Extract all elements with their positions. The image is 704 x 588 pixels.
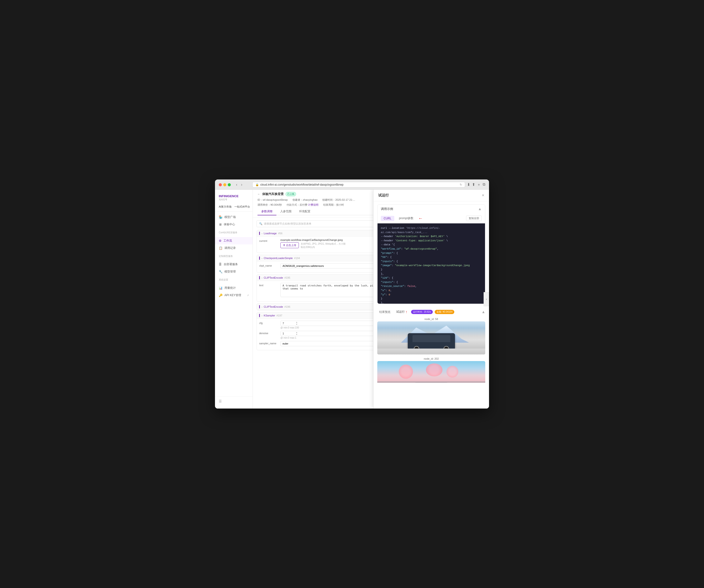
denoise-input[interactable] — [281, 331, 295, 336]
code-block[interactable]: curl --location 'https://cloud.infini-ai… — [377, 223, 485, 304]
sidebar-item-label: 自部署服务 — [224, 262, 238, 266]
usage-icon: 📊 — [219, 286, 223, 290]
invoke-section-header[interactable]: 调用示例 ▲ — [377, 204, 485, 213]
sidebar-item-label: 用量统计 — [224, 286, 236, 290]
workflow-id: ID：wf-dasqctvgssn6brwp — [257, 198, 288, 202]
tab-env-config[interactable]: 环境配置 — [295, 208, 314, 215]
experience-icon: 🖥 — [219, 223, 222, 226]
sidebar-item-experience[interactable]: 🖥 体验中心 — [215, 221, 252, 228]
code-line: "workflow_id": "wf-dasqctvgssn6brwp", — [381, 247, 482, 251]
traffic-light-green — [228, 183, 231, 186]
section-id: #196 — [284, 305, 290, 308]
arrow-down-icon[interactable]: ▼ — [296, 333, 298, 336]
sidebar-item-workflow[interactable]: ⚙ 工作流 — [215, 237, 252, 244]
share-icon[interactable]: ⬆ — [472, 182, 475, 187]
section-id: #197 — [276, 314, 282, 317]
node-id-2: node_id: 202 — [377, 356, 485, 361]
sidebar-item-label: 调用记录 — [224, 246, 236, 250]
call-log-icon: 📋 — [219, 246, 223, 250]
download-icon[interactable]: ⬇ — [467, 182, 470, 187]
side-panel: 试运行 × 调用示例 ▲ CURL prompt参数 ← 复制全部 — [373, 190, 489, 408]
code-line: "56": { — [381, 255, 482, 260]
code-line: "image": "example-workflow-image/CarBack… — [381, 264, 482, 268]
nav-ai-platform[interactable]: 一站式AI平台 — [234, 205, 250, 208]
search-icon: 🔍 — [259, 222, 262, 225]
deploy-icon: 🗄 — [219, 263, 222, 266]
section-name: KSampler — [263, 314, 275, 317]
code-line: } — [381, 268, 482, 272]
sidebar-item-self-deploy[interactable]: 🗄 自部署服务 — [215, 261, 252, 268]
code-line: "x": 0, — [381, 288, 482, 293]
arrow-right-indicator: ← — [418, 216, 423, 221]
sidebar-icon[interactable]: ⧉ — [483, 182, 485, 187]
arrow-up-icon[interactable]: ▲ — [296, 321, 298, 323]
invoke-toggle-icon[interactable]: ▲ — [478, 207, 482, 211]
panel-collapse-button[interactable]: ‹ — [484, 292, 489, 306]
tab-input-range[interactable]: 入参范围 — [276, 208, 295, 215]
tab-trial-run[interactable]: 试运行 ↑ — [394, 309, 409, 315]
top-nav: AI算力市场 一站式AI平台 大模型服务平台 — [215, 205, 252, 212]
code-line: "inputs": { — [381, 280, 482, 284]
cycle: 结算周期：按小时 — [323, 203, 344, 207]
upload-button[interactable]: ⬆ 点击上传 — [280, 242, 299, 248]
nav-ai-market[interactable]: AI算力市场 — [219, 205, 232, 208]
sidebar-item-usage[interactable]: 📊 用量统计 — [215, 284, 252, 291]
cfg-input[interactable] — [281, 321, 295, 326]
model-plaza-icon: 🏪 — [219, 215, 223, 219]
nav-back-button[interactable]: ‹ — [235, 182, 239, 187]
code-line: "y": 0 — [381, 293, 482, 297]
panel-close-button[interactable]: × — [482, 193, 484, 198]
tab-curl[interactable]: CURL — [381, 216, 394, 221]
invoke-title: 调用示例 — [381, 207, 393, 211]
url-text: cloud.infini-ai.com/genstudio/workflow/d… — [260, 183, 344, 186]
refresh-icon[interactable]: ↻ — [460, 183, 462, 186]
result-image-2 — [377, 361, 485, 383]
tab-prompt-params[interactable]: prompt参数 — [396, 215, 416, 221]
section-bar — [259, 305, 260, 308]
back-button[interactable]: ← — [257, 192, 260, 196]
sidebar-item-label: 体验中心 — [224, 222, 235, 226]
sidebar-item-label: API KEY管理 — [224, 293, 241, 297]
price: 调用单价：¥0.004/秒 — [257, 203, 282, 207]
code-line: "resize_source": false, — [381, 284, 482, 288]
code-line: }, — [381, 301, 482, 304]
section-name: CLIPTextEncode — [263, 276, 283, 279]
collapse-sidebar-icon[interactable]: ☰ — [219, 399, 222, 403]
arrow-up-icon[interactable]: ▲ — [296, 331, 298, 333]
tab-result-preview[interactable]: 结果预览 — [377, 309, 393, 315]
sidebar-item-label: 模型管理 — [224, 270, 236, 274]
section-name: CLIPTextEncode — [263, 305, 283, 308]
workflow-icon: ⚙ — [219, 239, 222, 243]
nav-forward-button[interactable]: › — [240, 182, 244, 187]
result-toggle-icon[interactable]: ▲ — [481, 310, 485, 314]
fee-link[interactable]: 计费说明 — [308, 203, 318, 206]
sidebar-item-label: 模型广场 — [224, 215, 236, 219]
param-label: text — [259, 283, 278, 287]
new-tab-icon[interactable]: ＋ — [477, 182, 481, 187]
online-badge: 已上线 — [286, 192, 296, 196]
tab-params[interactable]: 参数调整 — [257, 208, 276, 215]
sidebar-item-model-plaza[interactable]: 🏪 模型广场 — [215, 213, 252, 221]
sidebar-item-call-log[interactable]: 📋 调用记录 — [215, 244, 252, 252]
logo-name: INFINIGENCE — [219, 194, 239, 198]
param-label: ckpt_name — [259, 263, 278, 267]
code-line: "prompt": { — [381, 251, 482, 256]
code-line: curl --location 'https://cloud.infini-ai… — [381, 226, 482, 235]
sidebar: INFINIGENCE 无问芯穹 AI算力市场 一站式AI平台 大模型服务平台 … — [215, 190, 253, 408]
section-id: #56 — [278, 232, 282, 235]
sidebar-item-apikey[interactable]: 🔑 API KEY管理 ↗ — [215, 291, 252, 299]
logo-sub: 无问芯穹 — [219, 198, 239, 201]
section-name: CheckpointLoaderSimple — [263, 257, 293, 260]
section-bar — [259, 256, 260, 260]
traffic-light-yellow — [223, 183, 226, 186]
section-label-comfyui: ComfyUI托管服务 — [215, 230, 252, 235]
address-bar[interactable]: 🔒 cloud.infini-ai.com/genstudio/workflow… — [252, 182, 465, 188]
copy-all-button[interactable]: 复制全部 — [466, 216, 482, 221]
upload-hint: 支持PNG, JPG, JPEG, Webp格式，大小限制在20M以内 — [301, 242, 346, 249]
arrow-down-icon[interactable]: ▼ — [296, 323, 298, 325]
run-time-badge: 运行时长: 20.82s — [411, 310, 433, 314]
sidebar-item-model-mgmt[interactable]: 🔧 模型管理 — [215, 268, 252, 275]
page-title: 体验汽车换背景 — [262, 192, 284, 196]
panel-tabs: CURL prompt参数 ← 复制全部 — [377, 213, 485, 223]
section-id: #194 — [294, 257, 300, 260]
